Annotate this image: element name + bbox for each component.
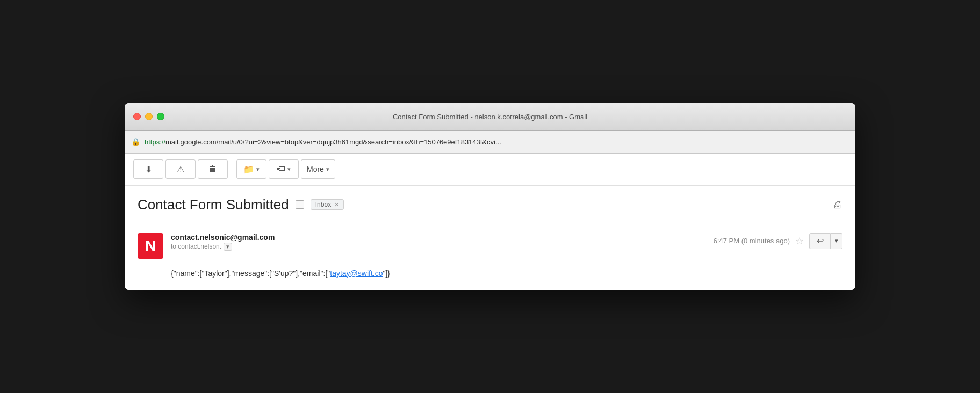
url-field[interactable]: https://mail.google.com/mail/u/0/?ui=2&v… (145, 138, 501, 146)
email-body: {"name":["Taylor"],"message":["S'up?"],"… (138, 267, 842, 279)
inbox-tag: Inbox ✕ (311, 199, 344, 210)
email-link[interactable]: taytay@swift.co (330, 269, 383, 278)
folder-chevron-icon: ▾ (256, 166, 260, 173)
avatar-initial: N (145, 237, 156, 254)
body-text-part1: {"name":["Taylor"],"message":["S'up?"],"… (171, 269, 330, 278)
spam-icon: ⚠ (177, 164, 184, 174)
more-label: More (307, 165, 324, 173)
sender-info: contact.nelsonic@gmail.com to contact.ne… (171, 233, 706, 251)
to-dropdown-button[interactable]: ▾ (224, 243, 232, 251)
body-text-part2: "]} (383, 269, 391, 278)
more-chevron-icon: ▾ (326, 166, 329, 173)
reply-group: ↩ ▾ (809, 233, 842, 249)
trash-icon: 🗑 (208, 164, 217, 174)
folder-icon: 📁 (243, 164, 254, 174)
traffic-lights (133, 113, 164, 120)
reply-button[interactable]: ↩ (809, 233, 831, 249)
minimize-button[interactable] (145, 113, 153, 120)
email-area: Contact Form Submitted Inbox ✕ 🖨 N conta… (125, 186, 855, 290)
delete-button[interactable]: 🗑 (198, 159, 228, 179)
sender-avatar: N (138, 233, 163, 259)
email-timestamp: 6:47 PM (0 minutes ago) (714, 237, 790, 245)
to-text: to contact.nelson. (171, 243, 221, 250)
archive-icon: ⬇ (145, 164, 152, 174)
email-meta: 6:47 PM (0 minutes ago) ☆ ↩ ▾ (714, 233, 842, 249)
lock-icon: 🔒 (131, 137, 140, 146)
labels-button[interactable]: 🏷 ▾ (269, 159, 299, 179)
window-title: Contact Form Submitted - nelson.k.correi… (393, 113, 587, 121)
spam-button[interactable]: ⚠ (165, 159, 196, 179)
inbox-tag-close[interactable]: ✕ (334, 201, 339, 208)
more-button[interactable]: More ▾ (301, 159, 335, 179)
label-chevron-icon: ▾ (287, 166, 291, 173)
subject-bar: Contact Form Submitted Inbox ✕ 🖨 (125, 186, 855, 222)
email-message: N contact.nelsonic@gmail.com to contact.… (125, 222, 855, 290)
toolbar: ⬇ ⚠ 🗑 📁 ▾ 🏷 ▾ More ▾ (125, 154, 855, 186)
toolbar-left-group: ⬇ ⚠ 🗑 (133, 159, 228, 179)
subject-checkbox[interactable] (296, 200, 304, 209)
url-https: https:// (145, 138, 165, 146)
email-subject: Contact Form Submitted (138, 196, 289, 213)
sender-to: to contact.nelson. ▾ (171, 243, 706, 251)
maximize-button[interactable] (157, 113, 164, 120)
sender-name: contact.nelsonic@gmail.com (171, 233, 706, 242)
browser-window: Contact Form Submitted - nelson.k.correi… (125, 103, 855, 290)
star-icon[interactable]: ☆ (795, 235, 804, 247)
move-to-button[interactable]: 📁 ▾ (236, 159, 266, 179)
reply-dropdown-button[interactable]: ▾ (831, 233, 842, 249)
title-bar: Contact Form Submitted - nelson.k.correi… (125, 103, 855, 131)
url-rest: mail.google.com/mail/u/0/?ui=2&view=btop… (165, 138, 501, 146)
print-icon[interactable]: 🖨 (833, 199, 842, 210)
address-bar: 🔒 https://mail.google.com/mail/u/0/?ui=2… (125, 131, 855, 154)
inbox-tag-label: Inbox (315, 201, 331, 208)
close-button[interactable] (133, 113, 141, 120)
label-icon: 🏷 (277, 164, 285, 174)
archive-button[interactable]: ⬇ (133, 159, 163, 179)
email-header: N contact.nelsonic@gmail.com to contact.… (138, 233, 842, 259)
